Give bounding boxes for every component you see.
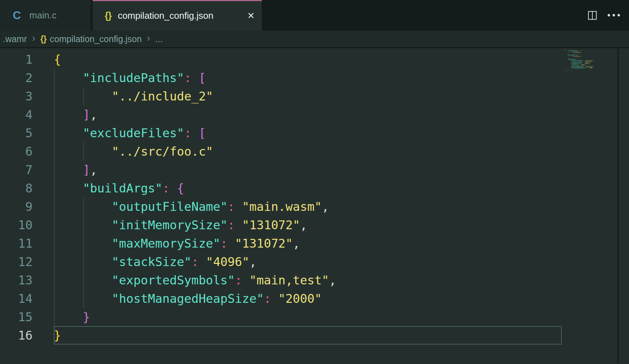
line-number[interactable]: 16: [0, 326, 33, 345]
code-text: "initMemorySize": "131072",: [54, 218, 307, 232]
code-token: [: [198, 71, 206, 85]
chevron-right-icon: ›: [30, 33, 37, 45]
code-token: :: [227, 200, 235, 214]
line-number[interactable]: 6: [0, 142, 33, 161]
tab-bar: C main.c {} compilation_config.json ✕: [0, 0, 629, 30]
code-line-content: }: [54, 326, 629, 345]
indent-guide: [83, 271, 84, 289]
code-line-content: {: [54, 50, 629, 69]
line-number[interactable]: 8: [0, 179, 33, 197]
code-text: "exportedSymbols": "main,test",: [54, 273, 336, 287]
line-number[interactable]: 11: [0, 234, 33, 253]
code-line[interactable]: 8 "buildArgs": {: [0, 179, 629, 197]
breadcrumb-file[interactable]: compilation_config.json: [50, 34, 142, 44]
json-braces-icon: {}: [40, 34, 46, 44]
code-line[interactable]: 1{: [0, 50, 629, 69]
more-actions-icon[interactable]: [607, 13, 621, 17]
code-line[interactable]: 7 ],: [0, 161, 629, 179]
code-line-content: "excludeFiles": [: [54, 124, 629, 142]
code-line[interactable]: 11 "maxMemorySize": "131072",: [0, 234, 629, 253]
code-token: ,: [293, 236, 300, 250]
tab-label: compilation_config.json: [118, 10, 213, 21]
code-text: ],: [54, 163, 97, 177]
close-icon[interactable]: ✕: [247, 11, 255, 21]
breadcrumb-folder[interactable]: .wamr: [3, 34, 27, 44]
code-token: [191, 126, 198, 140]
code-line-content: "maxMemorySize": "131072",: [54, 234, 629, 253]
code-token: ]: [83, 108, 90, 122]
line-number[interactable]: 14: [0, 289, 33, 308]
code-line[interactable]: 9 "outputFileName": "main.wasm",: [0, 197, 629, 216]
indent-guide: [54, 161, 54, 179]
indent-guide: [54, 289, 54, 308]
code-token: ]: [83, 163, 90, 177]
code-editor[interactable]: 1{2 "includePaths": [3 "../include_2"4 ]…: [0, 48, 629, 363]
code-token: "maxMemorySize": [112, 236, 220, 250]
code-line[interactable]: 2 "includePaths": [: [0, 69, 629, 87]
line-number[interactable]: 2: [0, 69, 33, 87]
indent-guide: [83, 253, 84, 271]
code-text: "../include_2": [54, 89, 213, 103]
code-token: [235, 218, 242, 232]
code-line[interactable]: 15 }: [0, 308, 629, 326]
breadcrumb-more[interactable]: ...: [155, 34, 163, 44]
minimap[interactable]: { "includePaths": [ "../include_2" ], "e…: [565, 49, 617, 71]
indent-guide: [83, 142, 84, 161]
code-line[interactable]: 3 "../include_2": [0, 87, 629, 105]
code-line[interactable]: 6 "../src/foo.c": [0, 142, 629, 161]
minimap-token: ,: [594, 66, 594, 67]
minimap-divider: [618, 48, 618, 363]
code-line[interactable]: 5 "excludeFiles": [: [0, 124, 629, 142]
code-line[interactable]: 13 "exportedSymbols": "main,test",: [0, 271, 629, 289]
code-line-content: "initMemorySize": "131072",: [54, 216, 629, 234]
code-line[interactable]: 4 ],: [0, 105, 629, 124]
minimap-token: "../include_2": [571, 52, 581, 53]
indent-guide: [54, 87, 54, 105]
line-number[interactable]: 7: [0, 161, 33, 179]
code-token: }: [83, 310, 90, 324]
minimap-token: }: [565, 70, 565, 71]
split-editor-icon[interactable]: [588, 11, 597, 20]
code-token: }: [54, 328, 61, 342]
line-number[interactable]: 3: [0, 87, 33, 105]
line-number[interactable]: 9: [0, 197, 33, 216]
line-number[interactable]: 1: [0, 50, 33, 69]
tab-compilation-config-json[interactable]: {} compilation_config.json ✕: [93, 0, 262, 30]
line-number[interactable]: 12: [0, 253, 33, 271]
code-text: "maxMemorySize": "131072",: [54, 236, 300, 250]
code-token: "4096": [206, 255, 249, 269]
code-token: "131072": [235, 236, 293, 250]
code-token: ,: [90, 163, 97, 177]
indent-guide: [54, 271, 54, 289]
code-token: "initMemorySize": [112, 218, 228, 232]
line-number[interactable]: 15: [0, 308, 33, 326]
code-text: "stackSize": "4096",: [54, 255, 256, 269]
line-number[interactable]: 5: [0, 124, 33, 142]
code-text: {: [54, 52, 61, 67]
code-line-content: "../include_2": [54, 87, 629, 105]
code-text: }: [54, 310, 90, 324]
line-number[interactable]: 4: [0, 105, 33, 124]
code-token: "main.wasm": [242, 200, 322, 214]
code-token: ,: [90, 108, 97, 122]
code-line[interactable]: 14 "hostManagedHeapSize": "2000": [0, 289, 629, 308]
code-text: "../src/foo.c": [54, 144, 213, 158]
tab-main-c[interactable]: C main.c: [0, 0, 91, 30]
code-token: [198, 255, 206, 269]
code-line[interactable]: 16}: [0, 326, 629, 345]
minimap-token: ,: [591, 62, 592, 63]
indent-guide: [83, 87, 84, 105]
code-lines: 1{2 "includePaths": [3 "../include_2"4 ]…: [0, 50, 629, 345]
code-line-content: "../src/foo.c": [54, 142, 629, 161]
indent-guide: [83, 197, 84, 216]
code-line[interactable]: 12 "stackSize": "4096",: [0, 253, 629, 271]
code-token: ,: [329, 273, 336, 287]
code-text: "buildArgs": {: [54, 181, 184, 195]
code-token: "excludeFiles": [83, 126, 184, 140]
line-number[interactable]: 10: [0, 216, 33, 234]
line-number[interactable]: 13: [0, 271, 33, 289]
code-line[interactable]: 10 "initMemorySize": "131072",: [0, 216, 629, 234]
chevron-right-icon: ›: [145, 33, 152, 45]
indent-guide: [54, 197, 54, 216]
indent-guide: [83, 289, 84, 308]
